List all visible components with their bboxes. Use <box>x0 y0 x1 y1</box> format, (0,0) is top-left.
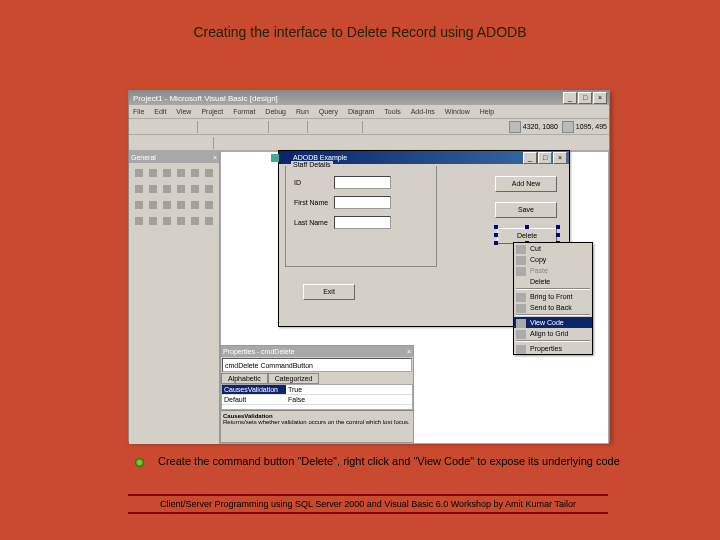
combobox-tool[interactable] <box>160 182 174 196</box>
optionbutton-tool[interactable] <box>146 182 160 196</box>
tool-icon[interactable] <box>163 136 177 150</box>
new-project-icon[interactable] <box>131 120 145 134</box>
menu-debug[interactable]: Debug <box>265 108 286 115</box>
selection-handle[interactable] <box>494 225 498 229</box>
menu-help[interactable]: Help <box>480 108 494 115</box>
label-tool[interactable] <box>160 166 174 180</box>
property-row[interactable]: CausesValidation True <box>222 385 412 395</box>
addnew-button[interactable]: Add New <box>495 176 557 192</box>
exit-button[interactable]: Exit <box>303 284 355 300</box>
object-selector[interactable]: cmdDelete CommandButton <box>222 358 412 372</box>
tool-icon[interactable] <box>330 136 344 150</box>
ctx-cut[interactable]: Cut <box>514 243 592 254</box>
menu-run[interactable]: Run <box>296 108 309 115</box>
minimize-button[interactable]: _ <box>563 92 577 104</box>
minimize-button[interactable]: _ <box>523 152 537 164</box>
tool-icon[interactable] <box>179 136 193 150</box>
menu-tools[interactable]: Tools <box>384 108 400 115</box>
shape-tool[interactable] <box>188 198 202 212</box>
ctx-copy[interactable]: Copy <box>514 254 592 265</box>
open-icon[interactable] <box>163 120 177 134</box>
menu-project[interactable]: Project <box>201 108 223 115</box>
dirlist-tool[interactable] <box>160 198 174 212</box>
close-icon[interactable]: × <box>407 348 411 355</box>
tool-icon[interactable] <box>266 136 280 150</box>
ctx-bring-front[interactable]: Bring to Front <box>514 291 592 302</box>
hscrollbar-tool[interactable] <box>188 182 202 196</box>
tool-icon[interactable] <box>250 136 264 150</box>
firstname-textbox[interactable] <box>334 196 391 209</box>
checkbox-tool[interactable] <box>132 182 146 196</box>
paste-icon[interactable] <box>234 120 248 134</box>
form-layout-icon[interactable] <box>399 120 413 134</box>
property-grid[interactable]: CausesValidation True Default False <box>221 384 413 410</box>
vscrollbar-tool[interactable] <box>202 182 216 196</box>
end-icon[interactable] <box>344 120 358 134</box>
data-tool[interactable] <box>146 214 160 228</box>
tool-icon[interactable] <box>131 136 145 150</box>
tool-icon[interactable] <box>147 136 161 150</box>
lastname-textbox[interactable] <box>334 216 391 229</box>
menu-query[interactable]: Query <box>319 108 338 115</box>
selection-handle[interactable] <box>494 241 498 245</box>
tab-categorized[interactable]: Categorized <box>268 373 320 384</box>
ctx-properties[interactable]: Properties <box>514 343 592 354</box>
save-icon[interactable] <box>179 120 193 134</box>
menu-format[interactable]: Format <box>233 108 255 115</box>
selection-handle[interactable] <box>556 225 560 229</box>
project-explorer-icon[interactable] <box>367 120 381 134</box>
ctx-paste[interactable]: Paste <box>514 265 592 276</box>
break-icon[interactable] <box>328 120 342 134</box>
property-row[interactable]: Default False <box>222 395 412 405</box>
image-tool[interactable] <box>132 214 146 228</box>
menubar[interactable]: File Edit View Project Format Debug Run … <box>129 105 609 119</box>
ide-titlebar[interactable]: Project1 - Microsoft Visual Basic [desig… <box>129 91 609 105</box>
add-form-icon[interactable] <box>147 120 161 134</box>
find-icon[interactable] <box>250 120 264 134</box>
tool-icon[interactable] <box>298 136 312 150</box>
menu-edit[interactable]: Edit <box>154 108 166 115</box>
textbox-tool[interactable] <box>174 166 188 180</box>
selection-handle[interactable] <box>525 225 529 229</box>
toolbox-icon[interactable] <box>431 120 445 134</box>
close-button[interactable]: × <box>553 152 567 164</box>
drivelist-tool[interactable] <box>146 198 160 212</box>
extra-tool[interactable] <box>174 214 188 228</box>
extra-tool[interactable] <box>188 214 202 228</box>
menu-window[interactable]: Window <box>445 108 470 115</box>
cut-icon[interactable] <box>202 120 216 134</box>
id-textbox[interactable] <box>334 176 391 189</box>
properties-icon[interactable] <box>383 120 397 134</box>
toolbox-title[interactable]: General × <box>129 151 219 163</box>
tool-icon[interactable] <box>282 136 296 150</box>
close-button[interactable]: × <box>593 92 607 104</box>
extra-tool[interactable] <box>202 214 216 228</box>
tool-icon[interactable] <box>218 136 232 150</box>
property-value[interactable]: True <box>286 385 412 394</box>
tool-icon[interactable] <box>234 136 248 150</box>
ctx-send-back[interactable]: Send to Back <box>514 302 592 313</box>
menu-addins[interactable]: Add-Ins <box>411 108 435 115</box>
copy-icon[interactable] <box>218 120 232 134</box>
tool-icon[interactable] <box>314 136 328 150</box>
tool-icon[interactable] <box>195 136 209 150</box>
ctx-delete[interactable]: Delete <box>514 276 592 287</box>
redo-icon[interactable] <box>289 120 303 134</box>
save-button[interactable]: Save <box>495 202 557 218</box>
selection-handle[interactable] <box>494 233 498 237</box>
ctx-view-code[interactable]: View Code <box>514 317 592 328</box>
object-browser-icon[interactable] <box>415 120 429 134</box>
timer-tool[interactable] <box>132 198 146 212</box>
staff-details-frame[interactable]: Staff Details ID First Name Last Name <box>285 166 437 267</box>
listbox-tool[interactable] <box>174 182 188 196</box>
delete-button-selected[interactable]: Delete <box>497 228 557 242</box>
selection-handle[interactable] <box>556 233 560 237</box>
start-icon[interactable] <box>312 120 326 134</box>
pointer-tool[interactable] <box>132 166 146 180</box>
commandbutton-tool[interactable] <box>202 166 216 180</box>
maximize-button[interactable]: □ <box>538 152 552 164</box>
maximize-button[interactable]: □ <box>578 92 592 104</box>
line-tool[interactable] <box>202 198 216 212</box>
property-value[interactable]: False <box>286 395 412 404</box>
picturebox-tool[interactable] <box>146 166 160 180</box>
